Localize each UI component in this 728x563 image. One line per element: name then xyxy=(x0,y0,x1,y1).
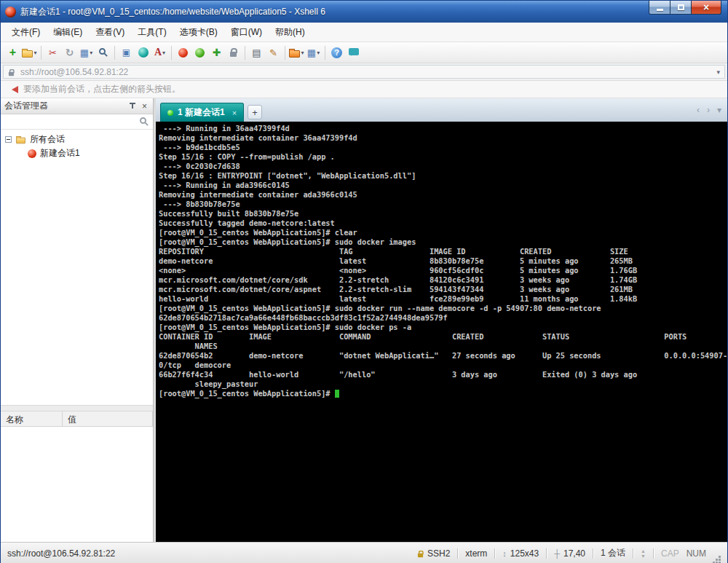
tab-list-dropdown-icon[interactable]: ▾ xyxy=(717,105,721,115)
tab-bar: 1 新建会话1 × + ‹ › ▾ xyxy=(156,98,727,122)
resize-grip[interactable] xyxy=(712,549,721,558)
minimize-button[interactable] xyxy=(649,1,670,15)
cursor-position-label: 17,40 xyxy=(563,548,585,559)
file-transfer-button[interactable]: ▾ xyxy=(288,44,305,61)
status-separator xyxy=(633,548,633,559)
window-controls: × xyxy=(649,1,721,15)
menu-window[interactable]: 窗口(W) xyxy=(224,23,269,42)
main-area: 会话管理器 × 所有会话 新建会话1 xyxy=(1,98,727,542)
virtual-keyboard-button[interactable]: ▤ xyxy=(248,44,265,61)
properties-icon: ▦ xyxy=(80,47,89,58)
address-lock-icon xyxy=(9,71,14,76)
tree-item-all-sessions[interactable]: 所有会话 xyxy=(1,133,153,146)
fullscreen-icon: ✚ xyxy=(213,47,221,58)
record-icon xyxy=(178,48,188,58)
dropdown-caret-icon: ▾ xyxy=(317,50,320,56)
font-button[interactable]: A▾ xyxy=(151,44,168,61)
tree-expander-icon[interactable] xyxy=(5,136,12,143)
new-tab-button[interactable]: + xyxy=(248,105,262,119)
session-icon xyxy=(28,149,36,158)
session-manager-panel: 会话管理器 × 所有会话 新建会话1 xyxy=(1,98,154,542)
font-icon: A xyxy=(154,47,162,58)
toolbar-separator xyxy=(114,46,115,60)
pin-icon[interactable] xyxy=(129,103,135,109)
duplicate-session-button[interactable]: ▣ xyxy=(118,44,135,61)
session-manager-title: 会话管理器 xyxy=(4,100,124,112)
log-button[interactable] xyxy=(175,44,191,61)
status-protocol: SSH2 xyxy=(417,548,450,559)
pen-icon: ✎ xyxy=(269,47,277,58)
highlight-button[interactable]: ✎ xyxy=(265,44,282,61)
window-title: 新建会话1 - root@VM_0_15_centos:/home/websit… xyxy=(20,6,325,18)
status-address: ssh://root@106.54.92.81:22 xyxy=(7,548,115,559)
connected-status-icon xyxy=(167,110,173,116)
address-dropdown-icon[interactable]: ▾ xyxy=(716,68,720,76)
reconnect-button[interactable]: ↻ xyxy=(61,44,78,61)
globe-icon xyxy=(138,47,149,58)
menu-help[interactable]: 帮助(H) xyxy=(269,23,312,42)
tab-scroll-left-icon[interactable]: ‹ xyxy=(697,105,700,115)
menu-view[interactable]: 查看(V) xyxy=(89,23,131,42)
toolbar-separator xyxy=(171,46,172,60)
status-bar: ssh://root@106.54.92.81:22 SSH2 xterm ↕ … xyxy=(1,542,727,563)
disconnect-button[interactable]: ✂ xyxy=(44,44,61,61)
open-sessions-button[interactable]: ▾ xyxy=(21,44,38,61)
help-button[interactable]: ? xyxy=(328,44,345,61)
disconnect-icon: ✂ xyxy=(49,47,57,58)
menu-tabs[interactable]: 选项卡(B) xyxy=(173,23,224,42)
arrow-left-icon xyxy=(8,86,18,93)
capture-button[interactable] xyxy=(191,44,208,61)
menu-edit[interactable]: 编辑(E) xyxy=(47,23,89,42)
scroll-down-icon[interactable]: ▼ xyxy=(641,554,646,559)
dropdown-caret-icon: ▾ xyxy=(33,50,36,56)
properties-header: 名称 值 xyxy=(1,412,153,427)
reconnect-icon: ↻ xyxy=(66,47,74,58)
status-separator xyxy=(457,548,458,559)
proxy-button[interactable] xyxy=(135,44,151,61)
tree-item-label: 新建会话1 xyxy=(40,147,80,160)
fullscreen-button[interactable]: ✚ xyxy=(208,44,225,61)
dropdown-caret-icon: ▾ xyxy=(301,50,304,56)
dropdown-caret-icon: ▾ xyxy=(162,50,165,56)
session-search-input[interactable] xyxy=(5,116,140,127)
new-session-button[interactable]: + xyxy=(4,44,21,61)
menu-tools[interactable]: 工具(T) xyxy=(131,23,173,42)
tab-close-icon[interactable]: × xyxy=(232,109,237,117)
toolbar-separator xyxy=(285,46,285,60)
close-button[interactable]: × xyxy=(691,1,721,15)
maximize-button[interactable] xyxy=(670,1,692,15)
position-icon: ┼ xyxy=(554,549,560,558)
tab-session-1[interactable]: 1 新建会话1 × xyxy=(160,103,244,122)
maximize-icon xyxy=(678,4,684,10)
tab-scroll-right-icon[interactable]: › xyxy=(707,105,710,115)
menu-file[interactable]: 文件(F) xyxy=(5,23,47,42)
search-icon xyxy=(99,48,106,55)
terminal-cursor xyxy=(335,390,339,398)
close-icon: × xyxy=(703,1,709,13)
lock-screen-button[interactable] xyxy=(225,44,242,61)
horizontal-splitter[interactable] xyxy=(1,405,153,412)
find-button[interactable] xyxy=(95,44,111,61)
address-input[interactable] xyxy=(19,66,712,78)
session-tree: 所有会话 新建会话1 xyxy=(1,130,153,405)
status-separator xyxy=(653,548,654,559)
toolbar: + ▾ ✂ ↻ ▦▾ ▣ A▾ ✚ ▤ ✎ ▾ ▦▾ ? xyxy=(1,42,727,63)
feedback-icon xyxy=(349,48,359,55)
tree-item-label: 所有会话 xyxy=(30,133,65,146)
tree-item-session[interactable]: 新建会话1 xyxy=(1,146,153,160)
dropdown-caret-icon: ▾ xyxy=(90,50,92,56)
panel-close-icon[interactable]: × xyxy=(140,101,149,111)
session-properties-button[interactable]: ▦▾ xyxy=(78,44,95,61)
keyboard-icon: ▤ xyxy=(252,47,261,58)
xshell-window: 新建会话1 - root@VM_0_15_centos:/home/websit… xyxy=(0,0,728,563)
tab-label: 1 新建会话1 xyxy=(178,106,225,119)
status-terminal-type: xterm xyxy=(465,548,487,559)
terminal-screen[interactable]: ---> Running in 36aa47399f4d Removing in… xyxy=(156,122,727,542)
caps-lock-indicator: CAP xyxy=(661,548,679,559)
scroll-up-icon[interactable]: ▲ xyxy=(641,548,646,554)
feedback-button[interactable] xyxy=(345,44,362,61)
status-grid-size: ↕ 125x43 xyxy=(502,548,539,559)
toolbar-separator xyxy=(245,46,245,60)
address-field[interactable]: ▾ xyxy=(3,65,725,79)
tile-layout-button[interactable]: ▦▾ xyxy=(305,44,322,61)
